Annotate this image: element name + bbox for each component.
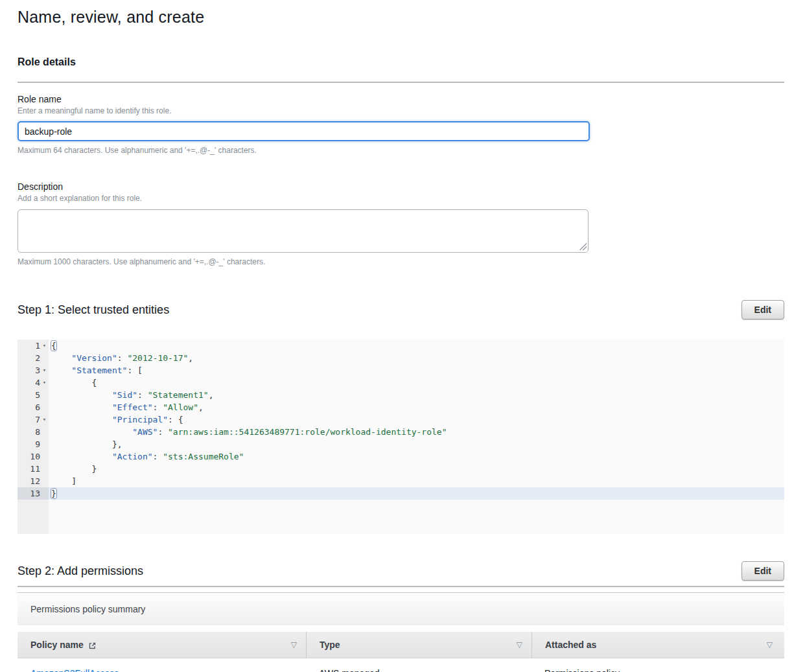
code-token: { [51,378,97,388]
code-token: , [198,402,204,412]
fold-spacer [40,352,49,364]
sort-icon[interactable]: ▽ [291,640,297,649]
role-name-constraint: Maximum 64 characters. Use alphanumeric … [18,146,784,155]
editor-code-line: } [49,487,56,500]
code-token: "2012-10-17" [127,353,188,363]
line-number-text: 13 [30,487,40,500]
code-token: : [153,452,163,461]
code-token: "Statement1" [148,390,209,400]
page: Name, review, and create Role details Ro… [0,0,805,672]
code-token: } [51,464,97,474]
line-number-text: 1 [35,340,40,352]
code-token: "Version" [71,353,117,363]
fold-spacer [40,487,49,500]
code-token: : { [168,415,183,424]
code-token [51,427,132,437]
code-token [51,365,71,375]
code-token: : [158,427,168,437]
policy-link[interactable]: AmazonS3FullAccess [30,668,119,672]
editor-line-number: 13 [18,487,49,500]
code-token: : [153,402,163,412]
policy-editor[interactable]: 1▾{2 "Version": "2012-10-17",3▾ "Stateme… [18,340,784,534]
editor-line-number: 4▾ [18,377,49,389]
editor-line-number: 10 [18,450,49,463]
code-token: "AWS" [132,427,158,437]
sort-icon[interactable]: ▽ [517,640,522,649]
column-header-policy-name[interactable]: Policy name▽ [18,632,306,658]
code-token: "Principal" [112,415,168,424]
line-number-text: 12 [30,475,40,487]
permissions-panel-header: Permissions policy summary [18,592,784,625]
role-name-input[interactable] [18,121,590,141]
line-number-text: 11 [30,463,40,475]
editor-code-line: } [49,463,97,475]
editor-line[interactable]: 6 "Effect": "Allow", [18,401,784,413]
code-token [51,415,112,424]
line-number-text: 4 [35,377,40,389]
editor-code-line: ] [49,475,76,487]
editor-line[interactable]: 9 }, [18,438,784,450]
column-header-attached-as[interactable]: Attached as▽ [531,632,784,658]
editor-line[interactable]: 12 ] [18,475,784,487]
step1-edit-button[interactable]: Edit [741,300,784,319]
description-hint: Add a short explanation for this role. [18,194,784,203]
table-row: AmazonS3FullAccessAWS managedPermissions… [18,658,784,672]
editor-line[interactable]: 2 "Version": "2012-10-17", [18,352,784,364]
code-token: "Allow" [163,402,198,412]
line-number-text: 9 [35,438,40,450]
editor-line-number: 11 [18,463,49,475]
editor-code-line: "AWS": "arn:aws:iam::541263489771:role/w… [49,426,447,438]
code-token: "sts:AssumeRole" [163,452,244,461]
line-number-text: 3 [35,364,40,377]
policy-table: Policy name▽Type▽Attached as▽ AmazonS3Fu… [18,632,784,672]
editor-line[interactable]: 13} [18,487,784,500]
line-number-text: 10 [30,450,40,463]
fold-spacer [40,450,49,463]
fold-toggle-icon[interactable]: ▾ [40,340,49,352]
column-header-type[interactable]: Type▽ [306,632,531,658]
code-token: "Effect" [112,402,153,412]
editor-code-line: "Action": "sts:AssumeRole" [49,450,244,463]
code-token: }, [51,439,122,449]
step2-edit-button[interactable]: Edit [741,561,784,581]
code-token: "Action" [112,452,153,461]
fold-toggle-icon[interactable]: ▾ [40,377,49,389]
fold-spacer [40,401,49,413]
editor-line-number: 12 [18,475,49,487]
description-label: Description [18,181,784,192]
editor-line[interactable]: 10 "Action": "sts:AssumeRole" [18,450,784,463]
role-details-divider [18,82,784,83]
code-token: : [ [127,365,142,375]
editor-line[interactable]: 7▾ "Principal": { [18,413,784,426]
column-header-label: Type [320,640,340,650]
editor-line[interactable]: 8 "AWS": "arn:aws:iam::541263489771:role… [18,426,784,438]
editor-code-line: }, [49,438,122,450]
code-token: ] [51,476,76,486]
fold-toggle-icon[interactable]: ▾ [40,364,49,377]
code-token [51,452,112,461]
editor-code-line: "Sid": "Statement1", [49,389,213,401]
fold-toggle-icon[interactable]: ▾ [40,413,49,426]
editor-line[interactable]: 5 "Sid": "Statement1", [18,389,784,401]
code-token: : [117,353,128,363]
editor-line[interactable]: 3▾ "Statement": [ [18,364,784,377]
editor-line-number: 3▾ [18,364,49,377]
editor-line-number: 8 [18,426,49,438]
editor-line-number: 7▾ [18,413,49,426]
sort-icon[interactable]: ▽ [767,640,773,649]
code-token: { [51,340,57,351]
step1-header-row: Step 1: Select trusted entities Edit [18,300,784,319]
editor-line[interactable]: 11 } [18,463,784,475]
editor-line[interactable]: 1▾{ [18,340,784,352]
editor-code-line: "Statement": [ [49,364,143,377]
line-number-text: 6 [35,401,40,413]
fold-spacer [40,463,49,475]
fold-spacer [40,475,49,487]
description-constraint: Maximum 1000 characters. Use alphanumeri… [18,257,784,266]
resize-handle-icon[interactable] [579,243,587,250]
code-token [51,353,71,363]
description-textarea[interactable] [18,209,589,253]
editor-line[interactable]: 4▾ { [18,377,784,389]
line-number-text: 2 [35,352,40,364]
description-field-wrap [18,209,589,253]
